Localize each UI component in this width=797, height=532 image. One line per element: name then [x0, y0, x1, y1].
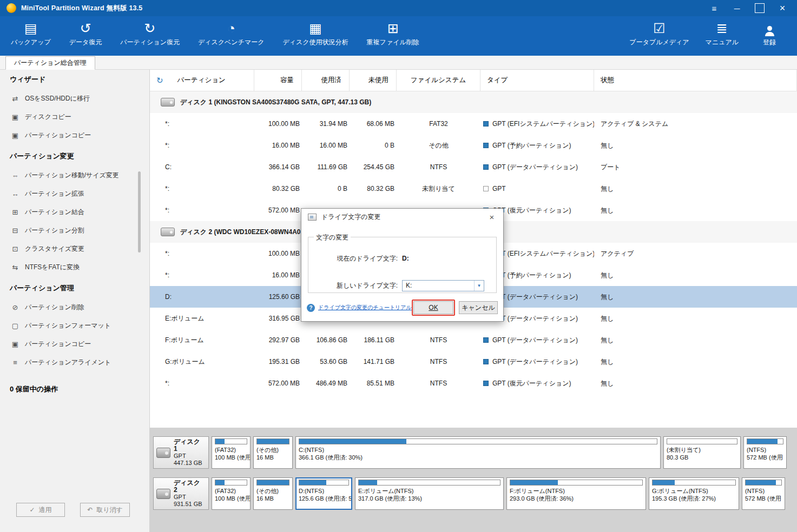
disk1-segment-unallocated[interactable]: (未割り当て) 80.3 GB — [663, 436, 741, 469]
partition-cell: *: — [150, 142, 254, 149]
sidebar-item-extend[interactable]: ↔ パーティション拡張 — [0, 184, 149, 203]
toolbar-label: ブータブルメディア — [629, 38, 689, 47]
sidebar-item-partition-copy[interactable]: ▣ パーティションコピー — [0, 126, 149, 144]
help-icon[interactable]: ? — [307, 304, 315, 312]
partition-type-color — [483, 186, 489, 191]
status-cell: 無し — [594, 336, 797, 345]
disk1-segment-reserved[interactable]: (その他) 16 MB — [253, 436, 293, 469]
toolbar-item-disk-benchmark[interactable]: ◔ ディスクベンチマーク — [198, 20, 265, 47]
disk1-map-label[interactable]: ディスク 1 GPT 447.13 GB — [153, 436, 209, 469]
minimize-button[interactable]: ─ — [732, 3, 742, 13]
table-row[interactable]: *: 572.00 MB 486.49 MB 85.51 MB NTFS GPT… — [150, 373, 797, 394]
disk1-group-row[interactable]: ディスク 1 (KINGSTON SA400S37480G SATA, GPT,… — [150, 91, 797, 113]
disk1-segment-c[interactable]: C:(NTFS) 366.1 GB (使用済: 30%) — [295, 436, 661, 469]
sidebar-item-merge[interactable]: ⊞ パーティション結合 — [0, 203, 149, 221]
status-cell: 無し — [594, 357, 797, 367]
filesystem-cell: NTFS — [397, 358, 480, 365]
disk1-map-row: ディスク 1 GPT 447.13 GB (FAT32) 100 MB (使用 … — [153, 436, 792, 469]
toolbar-item-partition-recovery[interactable]: ↻ パーティション復元 — [120, 20, 180, 47]
table-row[interactable]: C: 366.14 GB 111.69 GB 254.45 GB NTFS GP… — [150, 156, 797, 178]
apply-button[interactable]: ✓ 適用 — [16, 503, 65, 517]
disk2-segment-reserved[interactable]: (その他) 16 MB — [253, 477, 293, 510]
toolbar-label: ディスク使用状況分析 — [282, 38, 348, 47]
refresh-icon[interactable]: ↻ — [156, 76, 163, 85]
sidebar-item-move-resize[interactable]: ⇔ パーティション移動/サイズ変更 — [0, 166, 149, 184]
dialog-close-button[interactable]: × — [487, 212, 497, 222]
tab-partition-management[interactable]: パーティション総合管理 — [5, 56, 95, 70]
table-row[interactable]: *: 80.32 GB 0 B 80.32 GB 未割り当て GPT 無し — [150, 178, 797, 200]
split-icon: ⊟ — [11, 227, 19, 235]
toolbar-item-data-recovery[interactable]: ↺ データ復元 — [69, 20, 102, 47]
delete-icon: ⊘ — [11, 303, 19, 311]
capacity-cell: 16.00 MB — [254, 142, 302, 149]
sidebar-scrollbar[interactable] — [138, 171, 141, 252]
type-cell: GPT (データパーティション) — [480, 357, 594, 367]
sidebar-item-cluster-size[interactable]: ⊡ クラスタサイズ変更 — [0, 240, 149, 258]
toolbar-label: マニュアル — [706, 38, 739, 47]
unused-cell: 68.06 MB — [350, 120, 397, 128]
disk2-segment-f[interactable]: F:ボリューム(NTFS) 293.0 GB (使用済: 36%) — [506, 477, 646, 510]
partition-type-color — [483, 121, 489, 127]
unused-cell: 141.71 GB — [350, 358, 397, 365]
sidebar-item-split[interactable]: ⊟ パーティション分割 — [0, 221, 149, 240]
sidebar-item-alignment[interactable]: ≡ パーティションアライメント — [0, 353, 149, 371]
ok-button[interactable]: OK — [413, 301, 453, 314]
chevron-down-icon[interactable]: ▼ — [474, 281, 484, 291]
sidebar-item-label: クラスタサイズ変更 — [25, 244, 84, 254]
sidebar-item-migrate-os[interactable]: ⇄ OSをSSD/HDDに移行 — [0, 89, 149, 108]
usage-bar — [358, 480, 500, 486]
table-row[interactable]: *: 16.00 MB 16.00 MB 0 B その他 GPT (予約パーティ… — [150, 135, 797, 156]
cluster-size-icon: ⊡ — [11, 245, 19, 253]
usage-bar — [299, 480, 349, 486]
partition-copy-icon: ▣ — [11, 131, 19, 139]
sidebar-item-delete[interactable]: ⊘ パーティション削除 — [0, 298, 149, 316]
capacity-cell: 125.60 GB — [254, 293, 302, 301]
usage-bar — [745, 480, 782, 486]
filesystem-cell: 未割り当て — [397, 184, 480, 194]
sidebar-item-partition-copy-2[interactable]: ▣ パーティションコピー — [0, 335, 149, 353]
cancel-button[interactable]: キャンセル — [459, 301, 498, 314]
disk2-segment-d-selected[interactable]: D:(NTFS) 125.6 GB (使用済: 5 — [295, 477, 352, 510]
usage-bar — [510, 480, 643, 486]
toolbar-label: パーティション復元 — [120, 38, 180, 47]
table-row[interactable]: F:ボリューム 292.97 GB 106.86 GB 186.11 GB NT… — [150, 329, 797, 351]
partition-type-color — [483, 359, 489, 364]
disk2-map-label[interactable]: ディスク 2 GPT 931.51 GB — [153, 477, 209, 510]
window-title: MiniTool Partition Wizard 無料版 13.5 — [21, 4, 143, 13]
data-recovery-icon: ↺ — [80, 20, 91, 36]
disk2-segment-recovery[interactable]: (NTFS) 572 MB (使用 — [742, 477, 785, 510]
toolbar-item-register[interactable]: 登録 — [755, 20, 784, 47]
toolbar-item-bootable-media[interactable]: ☑ ブータブルメディア — [629, 20, 689, 47]
disk1-segment-recovery[interactable]: (NTFS) 572 MB (使用 — [743, 436, 787, 469]
menu-icon[interactable]: ≡ — [709, 3, 719, 13]
unused-cell: 0 B — [350, 142, 397, 149]
undo-button[interactable]: ↶ 取り消す — [80, 503, 130, 517]
disk2-title: ディスク 2 (WDC WD10EZEX-08WN4A0 SAT — [180, 228, 315, 237]
used-cell: 0 B — [302, 185, 350, 192]
filesystem-cell: NTFS — [397, 336, 480, 344]
table-row[interactable]: G:ボリューム 195.31 GB 53.60 GB 141.71 GB NTF… — [150, 351, 797, 373]
toolbar-item-disk-usage-analysis[interactable]: ▦ ディスク使用状況分析 — [282, 20, 348, 47]
sidebar-item-format[interactable]: ▢ パーティションフォーマット — [0, 316, 149, 335]
tutorial-link[interactable]: ドライブ文字の変更のチュートリアル — [318, 304, 412, 311]
format-icon: ▢ — [11, 322, 19, 330]
toolbar-item-manual[interactable]: ≣ マニュアル — [706, 20, 739, 47]
disk2-segment-e[interactable]: E:ボリューム(NTFS) 317.0 GB (使用済: 13%) — [355, 477, 504, 510]
sidebar-section-partition-manage: パーティション管理 — [0, 276, 149, 298]
status-cell: 無し — [594, 141, 797, 150]
sidebar-item-ntfs-to-fat[interactable]: ⇆ NTFSをFATに変換 — [0, 258, 149, 276]
sidebar-item-disk-copy[interactable]: ▣ ディスクコピー — [0, 108, 149, 126]
header-filesystem: ファイルシステム — [397, 70, 480, 91]
close-button[interactable]: × — [778, 3, 787, 13]
move-resize-icon: ⇔ — [11, 171, 19, 179]
disk2-segment-g[interactable]: G:ボリューム(NTFS) 195.3 GB (使用済: 27%) — [649, 477, 739, 510]
disk1-segment-efi[interactable]: (FAT32) 100 MB (使用 — [212, 436, 251, 469]
maximize-button[interactable] — [755, 3, 765, 13]
new-letter-select[interactable]: K: ▼ — [402, 280, 484, 291]
type-cell: GPT — [480, 185, 594, 192]
disk2-segment-efi[interactable]: (FAT32) 100 MB (使用 — [212, 477, 251, 510]
filesystem-cell: NTFS — [397, 380, 480, 387]
toolbar-item-duplicate-file-remove[interactable]: ⊞ 重複ファイル削除 — [367, 20, 419, 47]
table-row[interactable]: *: 100.00 MB 31.94 MB 68.06 MB FAT32 GPT… — [150, 113, 797, 135]
toolbar-item-backup[interactable]: ▤ バックアップ — [11, 20, 51, 47]
